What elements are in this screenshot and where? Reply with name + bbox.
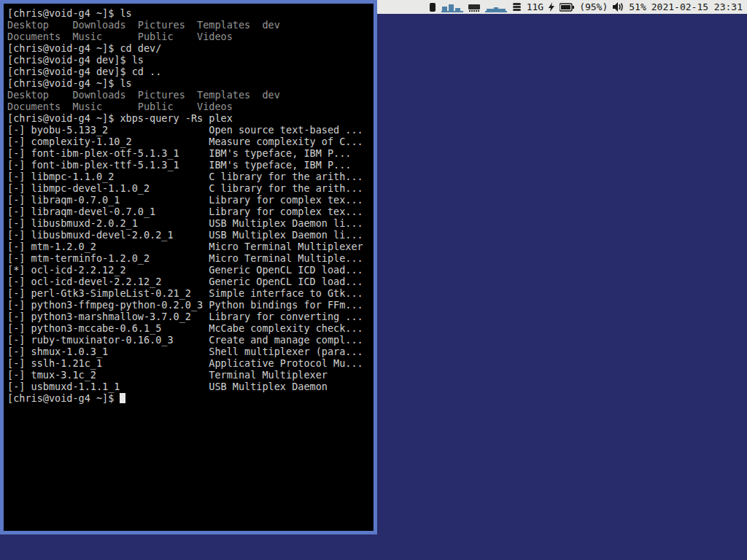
terminal-line: Documents Music Public Videos	[7, 31, 374, 42]
terminal-line: [-] mtm-1.2.0_2 Micro Terminal Multiplex…	[7, 241, 374, 252]
terminal-line: [chris@void-g4 ~]$	[7, 392, 374, 404]
battery-icon	[560, 3, 574, 12]
terminal-line: [-] libmpc-devel-1.1.0_2 C library for t…	[7, 182, 374, 194]
memory-stack-icon	[512, 2, 522, 12]
memory-value: 11G	[527, 1, 543, 12]
terminal-line: [-] complexity-1.10_2 Measure complexity…	[7, 136, 374, 147]
terminal-line: [-] perl-Gtk3-SimpleList-0.21_2 Simple i…	[7, 287, 374, 299]
terminal-line: [-] ocl-icd-devel-2.2.12_2 Generic OpenC…	[7, 276, 374, 287]
terminal-line: [-] byobu-5.133_2 Open source text-based…	[7, 124, 374, 136]
terminal-line: [chris@void-g4 ~]$ ls	[7, 77, 374, 89]
terminal-line: [-] mtm-terminfo-1.2.0_2 Micro Terminal …	[7, 252, 374, 264]
terminal-line: [*] ocl-icd-2.2.12_2 Generic OpenCL ICD …	[7, 264, 374, 276]
terminal-line: [-] python3-mccabe-0.6.1_5 McCabe comple…	[7, 322, 374, 334]
terminal-line: [-] shmux-1.0.3_1 Shell multiplexer (par…	[7, 346, 374, 357]
charging-bolt-icon	[549, 2, 554, 12]
terminal-line: [-] font-ibm-plex-otf-5.1.3_1 IBM's type…	[7, 147, 374, 159]
terminal-line: [-] usbmuxd-1.1.1_1 USB Multiplex Daemon	[7, 381, 374, 392]
terminal-cursor	[120, 393, 125, 403]
terminal-line: [-] sslh-1.21c_1 Applicative Protocol Mu…	[7, 357, 374, 369]
network-graph-icon	[485, 2, 507, 12]
terminal-line: [-] ruby-tmuxinator-0.16.0_3 Create and …	[7, 334, 374, 346]
keyboard-icon	[468, 3, 480, 12]
terminal-line: [-] libmpc-1.1.0_2 C library for the ari…	[7, 171, 374, 182]
clock: 2021-02-15 23:31	[651, 1, 743, 12]
terminal-line: Desktop Downloads Pictures Templates dev	[7, 19, 374, 31]
terminal-line: [-] python3-marshmallow-3.7.0_2 Library …	[7, 311, 374, 322]
terminal-line: [chris@void-g4 ~]$ ls	[7, 7, 374, 19]
terminal-line: [chris@void-g4 ~]$ cd dev/	[7, 42, 374, 54]
battery-value: (95%)	[579, 1, 608, 12]
terminal-line: [-] libraqm-0.7.0_1 Library for complex …	[7, 194, 374, 206]
terminal-output[interactable]: [chris@void-g4 ~]$ lsDesktop Downloads P…	[4, 4, 374, 531]
terminal-line: Desktop Downloads Pictures Templates dev	[7, 89, 374, 101]
terminal-line: [-] libusbmuxd-2.0.2_1 USB Multiplex Dae…	[7, 217, 374, 229]
terminal-line: [chris@void-g4 dev]$ cd ..	[7, 66, 374, 77]
terminal-line: Documents Music Public Videos	[7, 101, 374, 112]
terminal-window[interactable]: [chris@void-g4 ~]$ lsDesktop Downloads P…	[0, 0, 377, 534]
desktop: 1 2 11G (95%)	[0, 0, 747, 560]
terminal-line: [-] font-ibm-plex-ttf-5.1.3_1 IBM's type…	[7, 159, 374, 171]
terminal-line: [chris@void-g4 ~]$ xbps-query -Rs plex	[7, 112, 374, 124]
topbar-status-area: 11G (95%) 51% 2021-02-15 23:31	[429, 1, 747, 12]
phone-icon	[429, 2, 436, 12]
speaker-icon	[613, 2, 624, 12]
terminal-line: [-] libusbmuxd-devel-2.0.2_1 USB Multipl…	[7, 229, 374, 241]
terminal-line: [chris@void-g4 dev]$ ls	[7, 54, 374, 66]
terminal-line: [-] python3-ffmpeg-python-0.2.0_3 Python…	[7, 299, 374, 311]
cpu-graph-icon	[441, 2, 463, 12]
terminal-line: [-] tmux-3.1c_2 Terminal Multiplexer	[7, 369, 374, 381]
terminal-line: [-] libraqm-devel-0.7.0_1 Library for co…	[7, 206, 374, 217]
volume-value: 51%	[629, 1, 646, 12]
